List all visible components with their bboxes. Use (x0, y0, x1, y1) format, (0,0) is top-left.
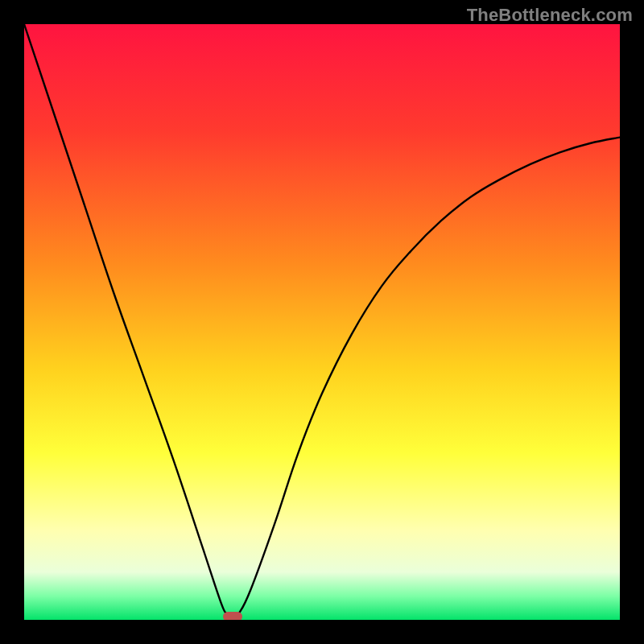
curve-layer (24, 24, 620, 620)
plot-area (24, 24, 620, 620)
watermark-text: TheBottleneck.com (467, 5, 633, 26)
minimum-marker (223, 612, 242, 620)
bottleneck-curve (24, 24, 620, 620)
chart-frame: TheBottleneck.com (0, 0, 644, 644)
